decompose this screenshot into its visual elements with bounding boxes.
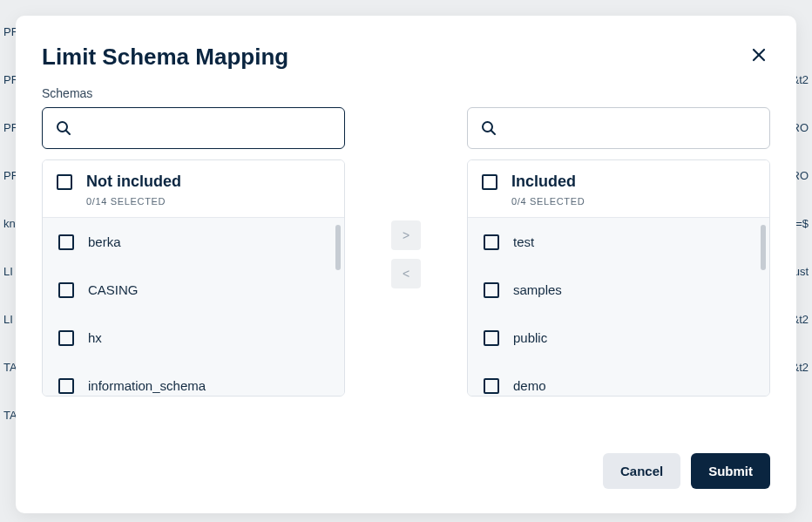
- item-label: CASING: [88, 282, 139, 297]
- search-icon: [480, 119, 497, 137]
- close-icon: [751, 47, 767, 63]
- item-label: samples: [513, 282, 562, 297]
- not-included-list: berka CASING hx information_schema: [43, 218, 344, 396]
- item-label: hx: [88, 330, 102, 345]
- item-label: information_schema: [88, 378, 206, 393]
- item-checkbox[interactable]: [58, 282, 74, 298]
- item-label: public: [513, 330, 547, 345]
- item-checkbox[interactable]: [484, 378, 499, 394]
- item-checkbox[interactable]: [58, 378, 74, 394]
- svg-line-5: [491, 131, 495, 134]
- modal-footer: Cancel Submit: [42, 430, 770, 489]
- included-header: Included 0/4 SELECTED: [468, 160, 769, 218]
- list-item[interactable]: hx: [43, 314, 344, 362]
- list-item[interactable]: test: [468, 218, 769, 266]
- list-item[interactable]: CASING: [43, 266, 344, 314]
- not-included-search[interactable]: [42, 107, 345, 149]
- list-item[interactable]: public: [468, 314, 769, 362]
- submit-button[interactable]: Submit: [691, 453, 770, 489]
- item-checkbox[interactable]: [484, 282, 499, 298]
- item-label: test: [513, 234, 534, 249]
- included-panel: Included 0/4 SELECTED test samples: [467, 159, 770, 397]
- modal-title: Limit Schema Mapping: [42, 44, 288, 71]
- included-list: test samples public demo: [468, 218, 769, 396]
- svg-line-3: [66, 131, 70, 134]
- list-item[interactable]: berka: [43, 218, 344, 266]
- included-search-input[interactable]: [506, 120, 757, 137]
- list-item[interactable]: samples: [468, 266, 769, 314]
- schemas-label: Schemas: [42, 86, 770, 100]
- close-button[interactable]: [748, 44, 770, 66]
- item-label: berka: [88, 234, 121, 249]
- list-item[interactable]: information_schema: [43, 362, 344, 396]
- included-column: Included 0/4 SELECTED test samples: [467, 107, 770, 397]
- not-included-search-input[interactable]: [81, 120, 332, 137]
- transfer-controls: > <: [345, 107, 467, 288]
- not-included-header: Not included 0/14 SELECTED: [43, 160, 344, 218]
- item-checkbox[interactable]: [484, 234, 499, 250]
- included-search[interactable]: [467, 107, 770, 149]
- scrollbar-thumb[interactable]: [335, 225, 341, 270]
- included-selected-count: 0/4 SELECTED: [511, 196, 585, 207]
- included-select-all-checkbox[interactable]: [482, 174, 497, 190]
- not-included-column: Not included 0/14 SELECTED berka CASING: [42, 107, 345, 397]
- item-checkbox[interactable]: [484, 330, 499, 346]
- modal-dialog: Limit Schema Mapping Schemas Not include…: [16, 16, 796, 513]
- item-checkbox[interactable]: [58, 234, 74, 250]
- scrollbar-thumb[interactable]: [761, 225, 766, 270]
- move-right-button[interactable]: >: [391, 220, 421, 250]
- not-included-title: Not included: [86, 173, 181, 191]
- not-included-select-all-checkbox[interactable]: [57, 174, 72, 190]
- move-left-button[interactable]: <: [391, 259, 421, 288]
- item-checkbox[interactable]: [58, 330, 74, 346]
- cancel-button[interactable]: Cancel: [603, 453, 680, 489]
- list-item[interactable]: demo: [468, 362, 769, 396]
- search-icon: [55, 119, 72, 137]
- item-label: demo: [513, 378, 546, 393]
- transfer-columns: Not included 0/14 SELECTED berka CASING: [42, 107, 770, 397]
- not-included-panel: Not included 0/14 SELECTED berka CASING: [42, 159, 345, 397]
- modal-header: Limit Schema Mapping: [42, 44, 770, 71]
- not-included-selected-count: 0/14 SELECTED: [86, 196, 181, 207]
- included-title: Included: [511, 173, 585, 191]
